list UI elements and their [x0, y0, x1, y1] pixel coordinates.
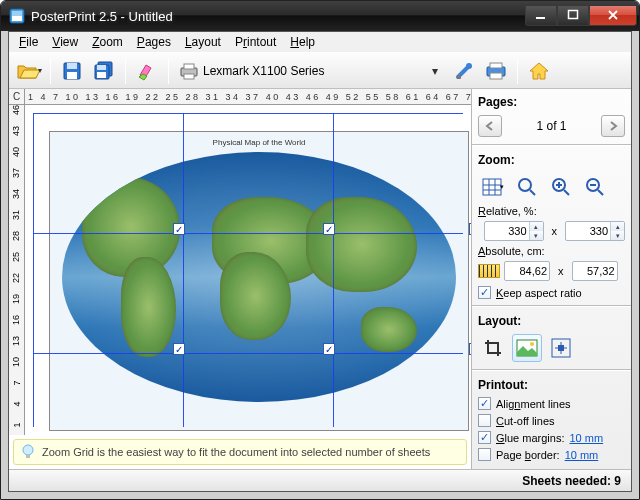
svg-rect-10 — [97, 65, 106, 70]
svg-rect-21 — [26, 455, 30, 458]
align-mark[interactable]: ✓ — [469, 223, 471, 235]
align-mark[interactable]: ✓ — [173, 343, 185, 355]
page-border-checkbox[interactable]: Page border: 10 mm — [478, 447, 625, 462]
menu-view[interactable]: View — [46, 34, 84, 50]
menubar: File View Zoom Pages Layout Printout Hel… — [9, 32, 631, 52]
ruler-icon — [478, 264, 500, 278]
print-button[interactable] — [482, 57, 510, 85]
clear-button[interactable] — [133, 57, 161, 85]
svg-point-27 — [530, 342, 534, 346]
relative-height-input[interactable]: ▴▾ — [565, 221, 625, 241]
relative-label: Relative, %: — [478, 205, 625, 217]
pages-label: Pages: — [478, 93, 625, 111]
align-mark[interactable]: ✓ — [323, 223, 335, 235]
app-icon — [9, 8, 25, 24]
svg-point-15 — [466, 63, 472, 69]
ruler-vertical: 14710131619222528313437404346495255 — [9, 105, 25, 435]
zoom-grid-button[interactable]: ▾ — [478, 173, 508, 201]
svg-rect-2 — [12, 11, 22, 16]
relative-width-input[interactable]: ▴▾ — [484, 221, 544, 241]
menu-pages[interactable]: Pages — [131, 34, 177, 50]
keep-ratio-checkbox[interactable]: ✓Keep aspect ratio — [478, 285, 625, 300]
settings-button[interactable] — [450, 57, 478, 85]
prev-page-button[interactable] — [478, 115, 502, 137]
printer-select[interactable]: Lexmark X1100 Series ▾ — [176, 58, 446, 84]
window-title: PosterPrint 2.5 - Untitled — [31, 9, 525, 24]
canvas[interactable]: Physical Map of the World — [25, 105, 471, 435]
printer-icon — [179, 62, 199, 80]
svg-rect-16 — [457, 75, 461, 79]
printout-label: Printout: — [478, 376, 625, 394]
zoom-in-button[interactable] — [546, 173, 576, 201]
svg-rect-11 — [97, 72, 106, 78]
svg-rect-4 — [569, 11, 578, 19]
cutoff-lines-checkbox[interactable]: Cut-off lines — [478, 413, 625, 428]
svg-rect-13 — [184, 64, 194, 69]
document-image[interactable]: Physical Map of the World — [49, 131, 469, 431]
menu-file[interactable]: File — [13, 34, 44, 50]
layout-crop-button[interactable] — [478, 334, 508, 362]
zoom-label: Zoom: — [478, 151, 625, 169]
chevron-down-icon: ▾ — [427, 64, 443, 78]
zoom-out-button[interactable] — [580, 173, 610, 201]
absolute-label: Absolute, cm: — [478, 245, 625, 257]
glue-margins-link[interactable]: 10 mm — [569, 432, 603, 444]
save-button[interactable] — [58, 57, 86, 85]
svg-rect-18 — [490, 63, 502, 68]
hint-bar: Zoom Grid is the easiest way to fit the … — [13, 439, 467, 465]
absolute-width-input[interactable] — [504, 261, 550, 281]
layout-center-button[interactable] — [546, 334, 576, 362]
menu-zoom[interactable]: Zoom — [86, 34, 129, 50]
document-title: Physical Map of the World — [50, 138, 468, 147]
layout-image-button[interactable] — [512, 334, 542, 362]
absolute-height-input[interactable] — [572, 261, 618, 281]
align-mark[interactable]: ✓ — [323, 343, 335, 355]
hint-text: Zoom Grid is the easiest way to fit the … — [42, 446, 430, 458]
svg-point-20 — [23, 445, 33, 455]
ruler-horizontal: 1 4 7 10 13 16 19 22 25 28 31 34 37 40 4… — [25, 89, 471, 104]
close-button[interactable] — [589, 6, 637, 26]
svg-rect-19 — [490, 73, 502, 79]
align-mark[interactable]: ✓ — [469, 343, 471, 355]
svg-rect-6 — [67, 63, 77, 69]
align-mark[interactable]: ✓ — [173, 223, 185, 235]
page-border-link[interactable]: 10 mm — [565, 449, 599, 461]
status-bar: Sheets needed: 9 — [9, 469, 631, 491]
svg-rect-14 — [184, 74, 194, 79]
svg-point-23 — [519, 179, 531, 191]
minimize-button[interactable] — [525, 6, 557, 26]
alignment-lines-checkbox[interactable]: ✓Alignment lines — [478, 396, 625, 411]
menu-layout[interactable]: Layout — [179, 34, 227, 50]
layout-label: Layout: — [478, 312, 625, 330]
home-button[interactable] — [525, 57, 553, 85]
printer-name: Lexmark X1100 Series — [203, 64, 423, 78]
lightbulb-icon — [20, 444, 36, 460]
next-page-button[interactable] — [601, 115, 625, 137]
svg-rect-29 — [558, 345, 564, 351]
save-all-button[interactable] — [90, 57, 118, 85]
zoom-fit-button[interactable] — [512, 173, 542, 201]
svg-rect-3 — [536, 17, 545, 19]
glue-margins-checkbox[interactable]: ✓Glue margins: 10 mm — [478, 430, 625, 445]
svg-rect-7 — [67, 72, 77, 79]
ruler-corner: C — [9, 89, 25, 104]
menu-printout[interactable]: Printout — [229, 34, 282, 50]
open-button[interactable]: ▾ — [15, 57, 43, 85]
svg-rect-22 — [483, 179, 501, 195]
maximize-button[interactable] — [557, 6, 589, 26]
page-indicator: 1 of 1 — [506, 119, 597, 133]
menu-help[interactable]: Help — [284, 34, 321, 50]
